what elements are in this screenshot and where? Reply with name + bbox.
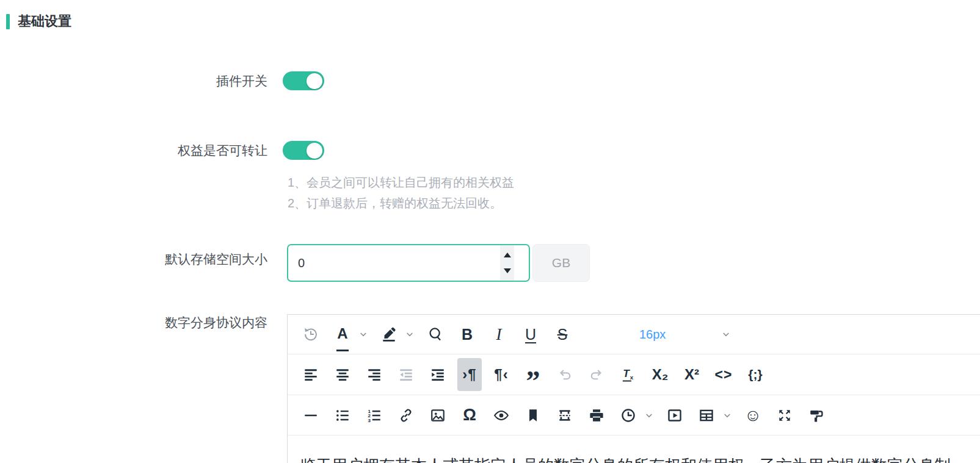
align-center-button[interactable] — [330, 358, 355, 391]
spinner-down-button[interactable] — [504, 268, 511, 273]
redo-icon — [589, 367, 604, 382]
bookmark-button[interactable] — [521, 399, 545, 432]
transferable-toggle[interactable] — [283, 141, 324, 160]
editor-toolbar-row-2: ›¶¶‹”TxX₂X²<>{;} — [288, 354, 980, 395]
align-right-icon — [366, 367, 382, 382]
plugin-switch-label: 插件开关 — [0, 73, 267, 89]
italic-button[interactable]: I — [487, 318, 511, 351]
highlight-icon — [381, 326, 397, 342]
image-button[interactable] — [426, 399, 450, 432]
emoji-button[interactable]: ☺ — [741, 399, 765, 432]
format-painter-icon — [808, 407, 824, 423]
font-color-button[interactable]: A — [330, 317, 355, 351]
storage-unit-suffix: GB — [532, 244, 590, 282]
history-button[interactable] — [299, 318, 323, 351]
video-button[interactable] — [662, 399, 687, 432]
section-title: 基础设置 — [18, 12, 71, 31]
svg-text:3: 3 — [368, 418, 371, 423]
align-center-icon — [335, 367, 350, 382]
rtl-button[interactable]: ¶‹ — [489, 358, 514, 391]
undo-icon — [557, 367, 573, 382]
rich-text-editor: ABIUS16px ›¶¶‹”TxX₂X²<>{;} 123Ω☺ 鉴于用户拥有其… — [287, 314, 980, 463]
numbered-list-button[interactable]: 123 — [362, 399, 387, 432]
redo-button — [584, 358, 609, 391]
link-button[interactable] — [394, 399, 418, 432]
indent-icon — [430, 367, 446, 382]
number-spinner — [500, 245, 514, 281]
svg-text:x: x — [630, 374, 634, 381]
underline-button[interactable]: U — [518, 318, 543, 351]
numbered-list-icon: 123 — [366, 407, 382, 423]
horizontal-rule-button[interactable] — [299, 399, 323, 432]
insert-time-icon — [620, 407, 636, 423]
special-character-button[interactable]: Ω — [457, 399, 482, 432]
ltr-button[interactable]: ›¶ — [457, 358, 482, 391]
align-left-icon — [303, 367, 319, 382]
clear-format-button[interactable]: Tx — [616, 358, 641, 391]
font-size-select[interactable]: 16px — [639, 328, 732, 342]
format-painter-button[interactable] — [804, 399, 829, 432]
preview-button[interactable] — [489, 399, 514, 432]
section-marker-bar — [6, 14, 10, 29]
editor-toolbar-row-1: ABIUS16px — [288, 315, 980, 354]
fullscreen-icon — [777, 407, 793, 423]
outdent-button — [394, 358, 418, 391]
chevron-down-icon[interactable] — [357, 329, 369, 339]
history-icon — [303, 326, 319, 342]
plugin-switch-toggle[interactable] — [283, 71, 324, 90]
video-icon — [667, 407, 683, 423]
undo-button — [553, 358, 577, 391]
spinner-up-button[interactable] — [504, 253, 511, 257]
outdent-icon — [398, 367, 414, 382]
strikethrough-button[interactable]: S — [550, 318, 575, 351]
subscript-button[interactable]: X₂ — [648, 358, 672, 391]
toggle-knob — [307, 143, 322, 159]
align-left-button[interactable] — [299, 358, 323, 391]
page-break-icon — [557, 407, 573, 423]
clear-format-icon: Tx — [620, 367, 636, 382]
table-button[interactable] — [694, 399, 719, 432]
section-header: 基础设置 — [6, 12, 71, 31]
svg-text:T: T — [623, 367, 630, 379]
search-icon — [427, 326, 443, 342]
image-icon — [430, 407, 446, 423]
transferable-label: 权益是否可转让 — [0, 143, 267, 159]
transfer-tip-1: 1、会员之间可以转让自己拥有的相关权益 — [288, 174, 514, 191]
print-icon — [589, 407, 604, 423]
page-break-button[interactable] — [553, 399, 577, 432]
chevron-down-icon[interactable] — [404, 329, 416, 339]
indent-button[interactable] — [426, 358, 450, 391]
agreement-label: 数字分身协议内容 — [0, 315, 267, 331]
storage-size-label: 默认存储空间大小 — [0, 251, 267, 267]
transfer-tip-2: 2、订单退款后，转赠的权益无法回收。 — [288, 195, 502, 212]
link-icon — [398, 407, 414, 423]
storage-size-value: 0 — [298, 256, 305, 270]
basic-settings-page: 基础设置 插件开关 权益是否可转让 1、会员之间可以转让自己拥有的相关权益 2、… — [0, 0, 980, 463]
highlight-button[interactable] — [377, 318, 401, 351]
horizontal-rule-icon — [303, 407, 319, 423]
bookmark-icon — [525, 407, 541, 423]
bullet-list-button[interactable] — [330, 399, 355, 432]
chevron-down-icon — [720, 329, 732, 339]
bold-button[interactable]: B — [455, 318, 479, 351]
align-right-button[interactable] — [362, 358, 387, 391]
print-button[interactable] — [584, 399, 609, 432]
editor-content[interactable]: 鉴于用户拥有其本人或其指定人员的数字分身的所有权和使用权，乙方为用户提供数字分身… — [288, 436, 980, 463]
toggle-knob — [307, 73, 322, 89]
insert-time-button[interactable] — [616, 399, 641, 432]
table-icon — [699, 407, 714, 423]
superscript-button[interactable]: X² — [680, 358, 704, 391]
storage-size-input[interactable]: 0 — [287, 244, 530, 282]
inline-code-button[interactable]: <> — [711, 358, 736, 391]
bullet-list-icon — [335, 407, 350, 423]
fullscreen-button[interactable] — [772, 399, 797, 432]
chevron-down-icon[interactable] — [721, 411, 733, 420]
chevron-down-icon[interactable] — [643, 411, 655, 420]
font-size-value: 16px — [639, 328, 666, 342]
editor-toolbar-row-3: 123Ω☺ — [288, 395, 980, 436]
blockquote-button[interactable]: ” — [521, 364, 545, 397]
preview-icon — [493, 407, 509, 423]
search-button[interactable] — [423, 318, 448, 351]
code-block-button[interactable]: {;} — [743, 358, 768, 391]
